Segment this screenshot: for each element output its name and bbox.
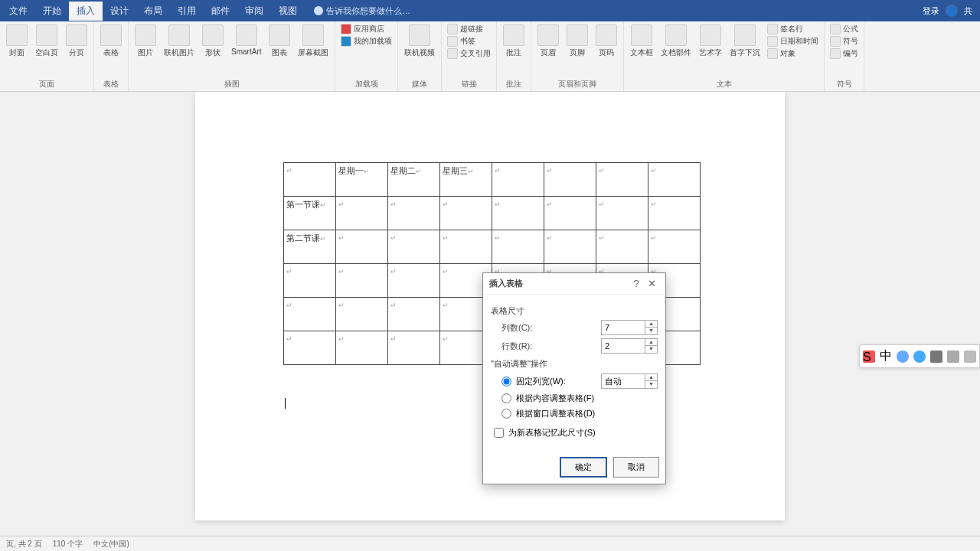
number-button[interactable]: 编号 — [828, 47, 861, 60]
shapes-icon — [202, 24, 224, 46]
tab-mailings[interactable]: 邮件 — [204, 2, 237, 21]
remember-checkbox[interactable] — [494, 428, 504, 438]
smartart-button[interactable]: SmartArt — [228, 23, 264, 57]
wordart-icon — [700, 24, 721, 46]
page-status[interactable]: 页, 共 2 页 — [6, 539, 42, 549]
cancel-button[interactable]: 取消 — [613, 457, 659, 478]
store-button[interactable]: 应用商店 — [338, 23, 394, 35]
tab-view[interactable]: 视图 — [271, 2, 305, 21]
sig-button[interactable]: 签名行 — [765, 23, 821, 35]
quickparts-button[interactable]: 文档部件 — [658, 23, 694, 60]
page-break-button[interactable]: 分页 — [63, 23, 90, 60]
date-button[interactable]: 日期和时间 — [765, 35, 821, 47]
table-row: ↵星期一↵星期二↵星期三↵↵↵↵↵ — [284, 163, 701, 197]
tab-insert[interactable]: 插入 — [69, 2, 103, 21]
blank-icon — [36, 24, 57, 46]
equation-button[interactable]: 公式 — [828, 23, 861, 35]
autofit-section: "自动调整"操作 — [491, 358, 658, 370]
up-icon[interactable]: ▲ — [645, 321, 657, 328]
video-icon — [409, 24, 430, 46]
up-icon[interactable]: ▲ — [645, 374, 657, 381]
dropcap-button[interactable]: 首字下沉 — [727, 23, 763, 60]
down-icon[interactable]: ▼ — [645, 346, 657, 353]
screenshot-button[interactable]: 屏幕截图 — [295, 23, 332, 60]
language-status[interactable]: 中文(中国) — [93, 539, 129, 549]
tab-review[interactable]: 审阅 — [237, 2, 271, 21]
help-button[interactable]: ? — [629, 278, 644, 289]
textbox-icon — [631, 24, 652, 46]
hyperlink-button[interactable]: 超链接 — [445, 23, 493, 35]
fit-content-radio[interactable] — [501, 393, 511, 403]
video-button[interactable]: 联机视频 — [401, 23, 438, 60]
bookmark-button[interactable]: 书签 — [445, 35, 493, 47]
chart-icon — [269, 24, 290, 46]
tab-design[interactable]: 设计 — [103, 2, 136, 21]
table-row: 第一节课↵↵↵↵↵↵↵↵ — [284, 197, 701, 230]
fixed-width-spinner[interactable]: ▲▼ — [601, 373, 658, 389]
share-button[interactable]: 共 — [964, 5, 972, 17]
pagenum-button[interactable]: 页码 — [593, 23, 620, 60]
wordart-button[interactable]: 艺术字 — [696, 23, 725, 60]
group-media: 媒体 — [401, 77, 438, 91]
tab-references[interactable]: 引用 — [170, 2, 204, 21]
online-picture-button[interactable]: 联机图片 — [161, 23, 198, 60]
fit-window-radio[interactable] — [501, 409, 511, 419]
remember-label: 为新表格记忆此尺寸(S) — [508, 427, 596, 439]
quickparts-icon — [665, 24, 687, 46]
header-button[interactable]: 页眉 — [534, 23, 562, 60]
down-icon[interactable]: ▼ — [645, 328, 657, 334]
fit-content-label: 根据内容调整表格(F) — [516, 393, 594, 404]
fixed-width-radio[interactable] — [501, 377, 511, 386]
tool-icon[interactable] — [913, 350, 926, 363]
sogou-icon[interactable]: S — [863, 350, 875, 363]
smartart-icon — [236, 24, 257, 46]
screenshot-icon — [302, 24, 324, 46]
myaddins-button[interactable]: 我的加载项 — [338, 35, 394, 47]
footer-button[interactable]: 页脚 — [564, 23, 591, 60]
textbox-button[interactable]: 文本框 — [627, 23, 656, 60]
group-text: 文本 — [627, 77, 821, 91]
comment-button[interactable]: 批注 — [500, 23, 528, 60]
picture-button[interactable]: 图片 — [132, 23, 159, 60]
tell-me-search[interactable]: 告诉我你想要做什么… — [314, 5, 410, 17]
tool-icon[interactable] — [964, 350, 976, 363]
tool-icon[interactable] — [930, 350, 942, 363]
fixed-width-input[interactable] — [602, 377, 645, 386]
ime-toolbar[interactable]: S 中 — [859, 344, 980, 368]
lang-icon[interactable]: 中 — [880, 348, 892, 364]
tab-home[interactable]: 开始 — [35, 2, 69, 21]
insert-table-dialog: 插入表格 ? ✕ 表格尺寸 列数(C): ▲▼ 行数(R): ▲▼ "自动调整"… — [482, 272, 666, 484]
dropcap-icon — [734, 24, 756, 46]
symbol-icon — [830, 36, 841, 47]
equation-icon — [830, 24, 841, 34]
ok-button[interactable]: 确定 — [560, 457, 607, 478]
symbol-button[interactable]: 符号 — [828, 35, 861, 47]
table-button[interactable]: 表格 — [97, 23, 125, 60]
crossref-button[interactable]: 交叉引用 — [445, 47, 493, 60]
title-bar: 文件 开始 插入 设计 布局 引用 邮件 审阅 视图 告诉我你想要做什么… 登录… — [0, 0, 980, 21]
tab-file[interactable]: 文件 — [2, 2, 35, 21]
picture-icon — [135, 24, 156, 46]
group-addins: 加载项 — [338, 77, 394, 91]
user-icon[interactable]: 👤 — [946, 5, 958, 17]
rows-spinner[interactable]: ▲▼ — [601, 338, 658, 354]
blank-page-button[interactable]: 空白页 — [32, 23, 61, 60]
object-button[interactable]: 对象 — [765, 47, 821, 60]
shapes-button[interactable]: 形状 — [199, 23, 227, 60]
break-icon — [66, 24, 87, 46]
sign-in[interactable]: 登录 — [923, 5, 939, 17]
tool-icon[interactable] — [897, 350, 909, 363]
keyboard-icon[interactable] — [947, 350, 959, 363]
up-icon[interactable]: ▲ — [645, 339, 657, 346]
cols-spinner[interactable]: ▲▼ — [601, 320, 658, 335]
cols-input[interactable] — [602, 323, 645, 332]
tab-layout[interactable]: 布局 — [136, 2, 170, 21]
close-button[interactable]: ✕ — [644, 278, 659, 289]
online-pic-icon — [168, 24, 190, 46]
down-icon[interactable]: ▼ — [645, 381, 657, 388]
cover-page-button[interactable]: 封面 — [3, 23, 31, 60]
word-count[interactable]: 110 个字 — [53, 539, 83, 549]
rows-input[interactable] — [602, 341, 645, 350]
chart-button[interactable]: 图表 — [266, 23, 293, 60]
fit-window-label: 根据窗口调整表格(D) — [516, 408, 595, 419]
